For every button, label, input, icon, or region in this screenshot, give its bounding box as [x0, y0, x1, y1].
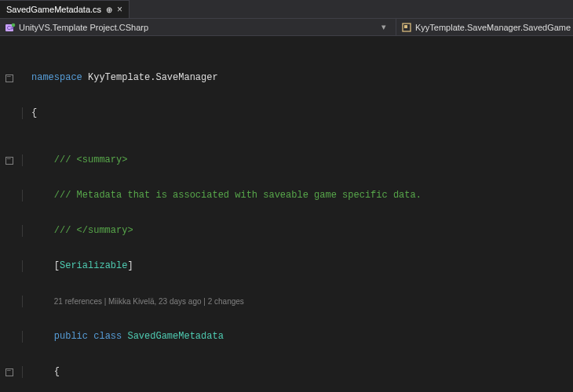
tab-bar: SavedGameMetadata.cs ⊕ × [0, 0, 573, 19]
project-dropdown[interactable]: C# UnityVS.Template Project.CSharp ▾ [0, 19, 396, 35]
class-icon [401, 22, 412, 33]
code-editor[interactable]: namespace KyyTemplate.SaveManager { /// … [0, 36, 573, 392]
csharp-project-icon: C# [5, 22, 16, 33]
fold-toggle[interactable] [0, 72, 19, 84]
codelens[interactable]: 21 references | Miikka Kivelä, 23 days a… [54, 297, 244, 306]
svg-point-2 [12, 23, 16, 27]
file-tab[interactable]: SavedGameMetadata.cs ⊕ × [0, 0, 130, 18]
close-icon[interactable]: × [117, 4, 122, 15]
type-name: KyyTemplate.SaveManager.SavedGame [415, 23, 571, 32]
project-name: UnityVS.Template Project.CSharp [19, 23, 148, 32]
pin-icon[interactable]: ⊕ [106, 5, 112, 14]
navigation-bar: C# UnityVS.Template Project.CSharp ▾ Kyy… [0, 19, 573, 36]
tab-filename: SavedGameMetadata.cs [6, 5, 101, 14]
code-area[interactable]: namespace KyyTemplate.SaveManager { /// … [0, 36, 573, 392]
fold-toggle[interactable] [0, 154, 19, 166]
type-dropdown[interactable]: KyyTemplate.SaveManager.SavedGame [396, 19, 573, 35]
svg-rect-4 [404, 25, 407, 28]
chevron-down-icon: ▾ [381, 22, 391, 32]
fold-toggle[interactable] [0, 366, 19, 378]
